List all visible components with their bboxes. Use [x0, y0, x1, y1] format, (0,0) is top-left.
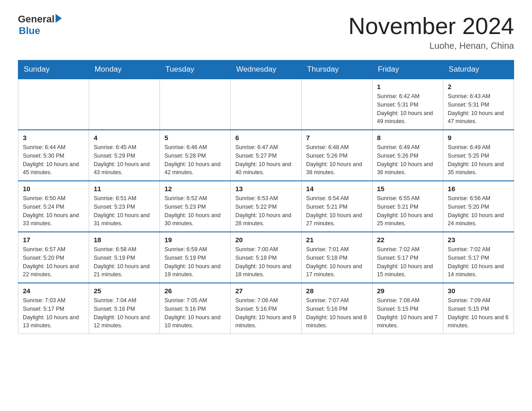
day-number: 17 [23, 236, 84, 244]
calendar-day-cell: 26Sunrise: 7:05 AM Sunset: 5:16 PM Dayli… [160, 283, 231, 334]
calendar-day-cell: 22Sunrise: 7:02 AM Sunset: 5:17 PM Dayli… [372, 232, 443, 283]
month-title: November 2024 [348, 13, 514, 39]
calendar-week-row: 17Sunrise: 6:57 AM Sunset: 5:20 PM Dayli… [18, 232, 514, 283]
calendar-day-cell: 29Sunrise: 7:08 AM Sunset: 5:15 PM Dayli… [372, 283, 443, 334]
calendar-day-cell: 15Sunrise: 6:55 AM Sunset: 5:21 PM Dayli… [372, 181, 443, 232]
calendar-day-cell: 10Sunrise: 6:50 AM Sunset: 5:24 PM Dayli… [18, 181, 89, 232]
day-info: Sunrise: 7:07 AM Sunset: 5:16 PM Dayligh… [306, 296, 368, 330]
calendar-day-cell: 16Sunrise: 6:56 AM Sunset: 5:20 PM Dayli… [443, 181, 514, 232]
calendar-day-cell: 19Sunrise: 6:59 AM Sunset: 5:19 PM Dayli… [160, 232, 231, 283]
day-number: 1 [377, 83, 438, 90]
day-info: Sunrise: 7:08 AM Sunset: 5:15 PM Dayligh… [377, 296, 438, 330]
day-number: 18 [94, 236, 155, 244]
day-number: 20 [235, 236, 296, 244]
logo: General Blue [18, 13, 62, 37]
day-number: 5 [164, 134, 226, 141]
calendar-day-cell: 7Sunrise: 6:48 AM Sunset: 5:26 PM Daylig… [301, 130, 372, 181]
day-info: Sunrise: 6:52 AM Sunset: 5:23 PM Dayligh… [164, 194, 226, 228]
day-info: Sunrise: 7:09 AM Sunset: 5:15 PM Dayligh… [448, 296, 509, 330]
day-info: Sunrise: 6:44 AM Sunset: 5:30 PM Dayligh… [23, 143, 84, 177]
day-number: 29 [377, 287, 438, 295]
logo-arrow-icon [56, 14, 62, 23]
calendar-day-cell: 17Sunrise: 6:57 AM Sunset: 5:20 PM Dayli… [18, 232, 89, 283]
day-info: Sunrise: 6:55 AM Sunset: 5:21 PM Dayligh… [377, 194, 438, 228]
calendar-header-row: SundayMondayTuesdayWednesdayThursdayFrid… [18, 60, 514, 79]
day-info: Sunrise: 6:56 AM Sunset: 5:20 PM Dayligh… [448, 194, 509, 228]
calendar-day-cell: 4Sunrise: 6:45 AM Sunset: 5:29 PM Daylig… [89, 130, 160, 181]
day-info: Sunrise: 6:51 AM Sunset: 5:23 PM Dayligh… [94, 194, 155, 228]
calendar-day-cell: 27Sunrise: 7:06 AM Sunset: 5:16 PM Dayli… [231, 283, 301, 334]
day-of-week-header: Sunday [18, 60, 89, 79]
day-info: Sunrise: 7:02 AM Sunset: 5:17 PM Dayligh… [448, 245, 509, 279]
day-info: Sunrise: 6:57 AM Sunset: 5:20 PM Dayligh… [23, 245, 84, 279]
day-number: 24 [23, 287, 84, 295]
day-number: 19 [164, 236, 226, 244]
day-info: Sunrise: 7:06 AM Sunset: 5:16 PM Dayligh… [235, 296, 296, 330]
calendar-day-cell: 6Sunrise: 6:47 AM Sunset: 5:27 PM Daylig… [231, 130, 301, 181]
day-number: 25 [94, 287, 155, 295]
day-number: 13 [235, 185, 296, 193]
calendar-day-cell: 14Sunrise: 6:54 AM Sunset: 5:21 PM Dayli… [301, 181, 372, 232]
calendar-table: SundayMondayTuesdayWednesdayThursdayFrid… [18, 60, 514, 334]
logo-blue: Blue [19, 25, 62, 37]
calendar-day-cell: 2Sunrise: 6:43 AM Sunset: 5:31 PM Daylig… [443, 79, 514, 130]
day-of-week-header: Monday [89, 60, 160, 79]
day-of-week-header: Thursday [301, 60, 372, 79]
day-number: 16 [448, 185, 509, 193]
calendar-day-cell: 11Sunrise: 6:51 AM Sunset: 5:23 PM Dayli… [89, 181, 160, 232]
day-info: Sunrise: 6:54 AM Sunset: 5:21 PM Dayligh… [306, 194, 368, 228]
day-number: 8 [377, 134, 438, 141]
day-number: 3 [23, 134, 84, 141]
day-info: Sunrise: 6:45 AM Sunset: 5:29 PM Dayligh… [94, 143, 155, 177]
calendar-day-cell: 20Sunrise: 7:00 AM Sunset: 5:18 PM Dayli… [231, 232, 301, 283]
day-of-week-header: Saturday [443, 60, 514, 79]
day-info: Sunrise: 6:46 AM Sunset: 5:28 PM Dayligh… [164, 143, 226, 177]
calendar-day-cell: 21Sunrise: 7:01 AM Sunset: 5:18 PM Dayli… [301, 232, 372, 283]
calendar-day-cell: 13Sunrise: 6:53 AM Sunset: 5:22 PM Dayli… [231, 181, 301, 232]
day-number: 27 [235, 287, 296, 295]
calendar-day-cell: 18Sunrise: 6:58 AM Sunset: 5:19 PM Dayli… [89, 232, 160, 283]
calendar-day-cell: 9Sunrise: 6:49 AM Sunset: 5:25 PM Daylig… [443, 130, 514, 181]
day-number: 2 [448, 83, 509, 90]
calendar-day-cell: 28Sunrise: 7:07 AM Sunset: 5:16 PM Dayli… [301, 283, 372, 334]
day-number: 15 [377, 185, 438, 193]
day-number: 11 [94, 185, 155, 193]
day-info: Sunrise: 6:53 AM Sunset: 5:22 PM Dayligh… [235, 194, 296, 228]
day-number: 28 [306, 287, 368, 295]
day-number: 23 [448, 236, 509, 244]
day-info: Sunrise: 6:47 AM Sunset: 5:27 PM Dayligh… [235, 143, 296, 177]
day-info: Sunrise: 7:04 AM Sunset: 5:16 PM Dayligh… [94, 296, 155, 330]
calendar-day-cell: 12Sunrise: 6:52 AM Sunset: 5:23 PM Dayli… [160, 181, 231, 232]
day-info: Sunrise: 6:49 AM Sunset: 5:26 PM Dayligh… [377, 143, 438, 177]
day-info: Sunrise: 6:42 AM Sunset: 5:31 PM Dayligh… [377, 92, 438, 126]
calendar-week-row: 10Sunrise: 6:50 AM Sunset: 5:24 PM Dayli… [18, 181, 514, 232]
day-info: Sunrise: 7:01 AM Sunset: 5:18 PM Dayligh… [306, 245, 368, 279]
calendar-day-cell [18, 79, 89, 130]
calendar-week-row: 1Sunrise: 6:42 AM Sunset: 5:31 PM Daylig… [18, 79, 514, 130]
day-info: Sunrise: 6:50 AM Sunset: 5:24 PM Dayligh… [23, 194, 84, 228]
calendar-day-cell [89, 79, 160, 130]
day-number: 4 [94, 134, 155, 141]
day-number: 12 [164, 185, 226, 193]
day-info: Sunrise: 7:00 AM Sunset: 5:18 PM Dayligh… [235, 245, 296, 279]
calendar-day-cell [231, 79, 301, 130]
calendar-day-cell [160, 79, 231, 130]
title-block: November 2024 Luohe, Henan, China [348, 13, 514, 51]
day-number: 26 [164, 287, 226, 295]
page-header: General Blue November 2024 Luohe, Henan,… [18, 13, 514, 51]
day-number: 9 [448, 134, 509, 141]
calendar-week-row: 3Sunrise: 6:44 AM Sunset: 5:30 PM Daylig… [18, 130, 514, 181]
calendar-week-row: 24Sunrise: 7:03 AM Sunset: 5:17 PM Dayli… [18, 283, 514, 334]
calendar-day-cell: 25Sunrise: 7:04 AM Sunset: 5:16 PM Dayli… [89, 283, 160, 334]
day-of-week-header: Tuesday [160, 60, 231, 79]
location-subtitle: Luohe, Henan, China [348, 41, 514, 51]
calendar-day-cell: 1Sunrise: 6:42 AM Sunset: 5:31 PM Daylig… [372, 79, 443, 130]
calendar-day-cell: 30Sunrise: 7:09 AM Sunset: 5:15 PM Dayli… [443, 283, 514, 334]
day-of-week-header: Friday [372, 60, 443, 79]
day-info: Sunrise: 6:58 AM Sunset: 5:19 PM Dayligh… [94, 245, 155, 279]
calendar-day-cell: 23Sunrise: 7:02 AM Sunset: 5:17 PM Dayli… [443, 232, 514, 283]
day-number: 10 [23, 185, 84, 193]
day-info: Sunrise: 7:05 AM Sunset: 5:16 PM Dayligh… [164, 296, 226, 330]
day-info: Sunrise: 6:59 AM Sunset: 5:19 PM Dayligh… [164, 245, 226, 279]
day-of-week-header: Wednesday [231, 60, 301, 79]
